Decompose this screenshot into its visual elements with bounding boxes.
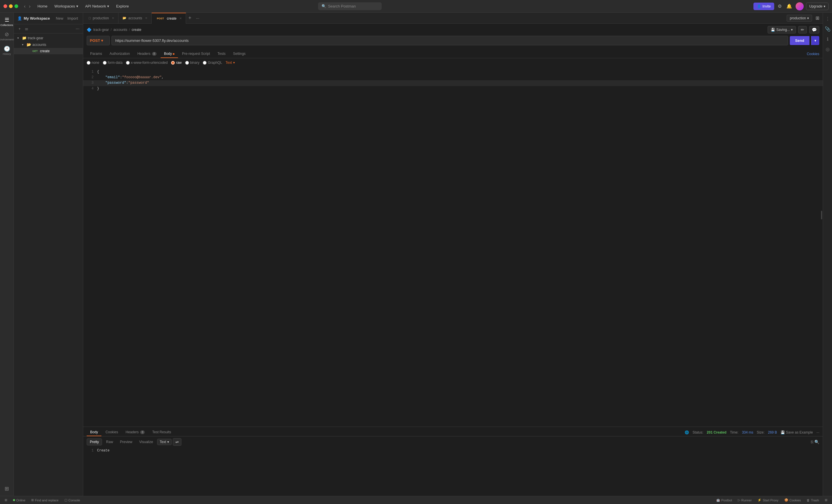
- fmt-tab-pretty[interactable]: Pretty: [87, 439, 102, 445]
- resize-status-item[interactable]: ⊞: [824, 498, 829, 503]
- comment-button[interactable]: 💬: [809, 26, 819, 33]
- right-panel: ⋮ 📎 ℹ ◎: [823, 13, 832, 496]
- postbot-item[interactable]: 🤖 Postbot: [715, 498, 733, 503]
- tab-headers[interactable]: Headers 8: [134, 50, 160, 58]
- format-type-dropdown[interactable]: Text ▾: [157, 439, 172, 445]
- forward-button[interactable]: ›: [28, 3, 31, 9]
- fmt-tab-preview[interactable]: Preview: [117, 439, 135, 445]
- search-response-button[interactable]: 🔍: [814, 440, 819, 444]
- right-panel-btn-1[interactable]: ⋮: [824, 15, 831, 23]
- explore-nav-item[interactable]: Explore: [114, 3, 131, 9]
- trash-status-item[interactable]: 🗑 Trash: [805, 498, 820, 503]
- folder-icon: 📂: [27, 43, 31, 47]
- settings-button[interactable]: ⚙: [777, 2, 783, 10]
- search-bar[interactable]: 🔍 Search Postman: [318, 2, 382, 10]
- tab-prerequest-script[interactable]: Pre-request Script: [179, 50, 213, 58]
- tab-production[interactable]: ◻ production ✕: [84, 13, 119, 24]
- sidebar-item-history[interactable]: 🕐 History: [1, 44, 13, 57]
- response-meta: 🌐 Status: 201 Created Time: 334 ms Size:…: [685, 430, 819, 435]
- upgrade-button[interactable]: Upgrade ▾: [806, 3, 829, 10]
- import-button[interactable]: Import: [66, 16, 79, 21]
- code-line-1: 1 {: [83, 69, 823, 75]
- resp-tab-headers[interactable]: Headers 8: [122, 429, 148, 436]
- avatar[interactable]: [796, 2, 804, 10]
- api-network-nav-item[interactable]: API Network ▾: [83, 3, 111, 9]
- code-line-3: 3 "password":"password": [83, 80, 823, 86]
- cookies-status-item[interactable]: 🍪 Cookies: [783, 498, 802, 503]
- runner-item[interactable]: ▷ Runner: [737, 498, 753, 503]
- scrollbar[interactable]: [821, 211, 822, 219]
- tab-close-icon[interactable]: ✕: [145, 17, 147, 20]
- right-panel-btn-target[interactable]: ◎: [825, 45, 831, 53]
- close-traffic-light[interactable]: [3, 4, 7, 8]
- sidebar-item-environments[interactable]: ⊘ Environments: [1, 29, 13, 43]
- sidebar-item-plugins[interactable]: ⊞: [1, 484, 13, 494]
- add-collection-button[interactable]: +: [17, 26, 22, 31]
- home-nav-item[interactable]: Home: [35, 3, 50, 9]
- resp-tab-test-results[interactable]: Test Results: [149, 429, 175, 436]
- layout-status-item[interactable]: ⊞: [3, 498, 8, 503]
- sidebar-header: 👤 My Workspace New Import: [14, 13, 83, 24]
- tab-authorization[interactable]: Authorization: [106, 50, 133, 58]
- back-button[interactable]: ‹: [23, 3, 27, 9]
- chevron-down-icon: ▾: [22, 43, 25, 46]
- more-options-button[interactable]: ···: [76, 26, 79, 31]
- url-input[interactable]: [111, 36, 788, 45]
- size-value: 269 B: [768, 430, 777, 435]
- option-form-data[interactable]: form-data: [103, 61, 123, 65]
- tab-close-icon[interactable]: ✕: [112, 17, 114, 20]
- method-select[interactable]: POST ▾: [87, 36, 110, 45]
- tab-create[interactable]: POST create ✕: [152, 13, 186, 24]
- option-graphql[interactable]: GraphQL: [203, 61, 222, 65]
- plugins-icon: ⊞: [5, 485, 9, 492]
- new-button[interactable]: New: [54, 16, 65, 21]
- more-tabs-button[interactable]: ···: [193, 16, 202, 21]
- response-more-button[interactable]: ···: [816, 430, 819, 435]
- filter-button[interactable]: ⚌: [24, 26, 29, 31]
- maximize-traffic-light[interactable]: [15, 4, 18, 8]
- send-button[interactable]: Send: [790, 36, 809, 45]
- option-urlencoded[interactable]: x-www-form-urlencoded: [126, 61, 167, 65]
- right-panel-btn-2[interactable]: 📎: [824, 25, 832, 33]
- find-replace-item[interactable]: ⊞ Find and replace: [30, 498, 60, 503]
- request-item-create[interactable]: GET create: [14, 48, 83, 54]
- body-format-dropdown[interactable]: Text ▾: [226, 61, 235, 65]
- tab-accounts[interactable]: 📂 accounts ✕: [119, 13, 152, 24]
- fmt-tab-visualize[interactable]: Visualize: [136, 439, 156, 445]
- environment-selector[interactable]: production ▾: [787, 15, 812, 22]
- cookies-link[interactable]: Cookies: [807, 50, 819, 58]
- word-wrap-button[interactable]: ⇌: [173, 438, 181, 446]
- add-tab-button[interactable]: +: [186, 13, 194, 24]
- notifications-button[interactable]: 🔔: [785, 2, 793, 10]
- copy-button[interactable]: ⎘: [811, 440, 813, 444]
- code-editor[interactable]: 1 { 2 "email":"fooooo@baaaar.dev", 3 "pa…: [83, 67, 823, 427]
- minimize-traffic-light[interactable]: [9, 4, 13, 8]
- console-item[interactable]: ▢ Console: [63, 498, 81, 503]
- layout-button[interactable]: ⊞: [814, 14, 821, 22]
- body-indicator-dot: [173, 53, 175, 55]
- send-dropdown-button[interactable]: ▾: [811, 36, 819, 45]
- sidebar-item-collections[interactable]: ☰ Collections: [1, 15, 13, 28]
- online-status-item[interactable]: Online: [12, 498, 27, 503]
- resp-tab-cookies[interactable]: Cookies: [102, 429, 121, 436]
- save-as-example-button[interactable]: 💾 Save as Example: [781, 430, 813, 435]
- fmt-tab-raw[interactable]: Raw: [103, 439, 116, 445]
- edit-button[interactable]: ✏: [798, 26, 807, 33]
- tab-close-icon[interactable]: ✕: [179, 17, 182, 20]
- chevron-down-icon: ▾: [167, 440, 169, 444]
- resp-tab-body[interactable]: Body: [87, 429, 101, 436]
- right-panel-btn-info[interactable]: ℹ: [826, 35, 830, 43]
- workspaces-nav-item[interactable]: Workspaces ▾: [52, 3, 80, 9]
- tab-settings[interactable]: Settings: [230, 50, 249, 58]
- option-raw[interactable]: raw: [171, 61, 181, 65]
- traffic-lights: [3, 4, 18, 8]
- tab-tests[interactable]: Tests: [214, 50, 229, 58]
- start-proxy-item[interactable]: ⚡ Start Proxy: [756, 498, 779, 503]
- invite-button[interactable]: 👤 Invite: [753, 3, 774, 10]
- option-binary[interactable]: binary: [185, 61, 200, 65]
- tab-params[interactable]: Params: [87, 50, 105, 58]
- option-none[interactable]: none: [87, 61, 99, 65]
- collection-item-track-gear[interactable]: ▾ 📁 track-gear: [14, 35, 83, 41]
- tab-body[interactable]: Body: [161, 50, 178, 58]
- folder-item-accounts[interactable]: ▾ 📂 accounts: [14, 41, 83, 48]
